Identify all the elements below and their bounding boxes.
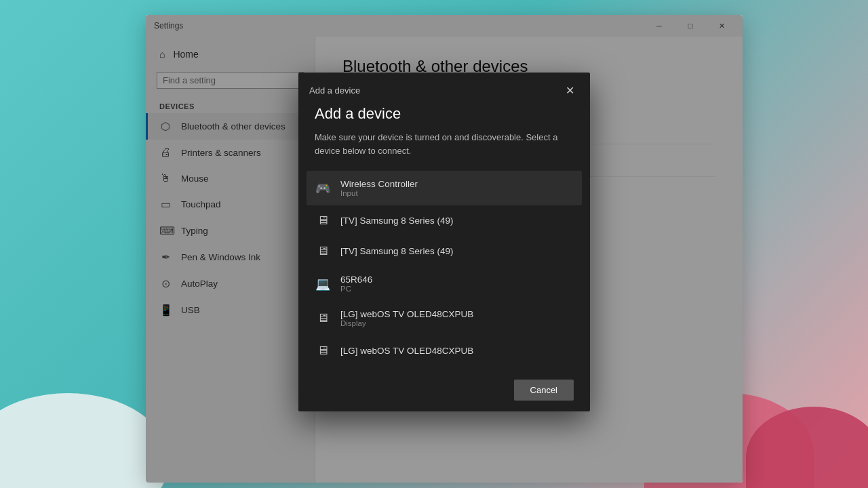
modal-device-name-1: [TV] Samsung 8 Series (49): [340, 216, 454, 226]
modal-device-sub-0: Input: [340, 189, 418, 197]
modal-device-sub-4: Display: [340, 319, 473, 327]
modal-device-name-2: [TV] Samsung 8 Series (49): [340, 246, 454, 256]
modal-device-icon-4: 🖥: [315, 311, 331, 325]
modal-device-item-6[interactable]: 🖥 Unknown device: [307, 366, 582, 371]
modal-device-icon-5: 🖥: [315, 344, 331, 358]
modal-title: Add a device: [315, 105, 574, 123]
modal-body: Add a device Make sure your device is tu…: [298, 105, 590, 371]
modal-device-icon-0: 🎮: [315, 181, 331, 196]
modal-device-icon-1: 🖥: [315, 214, 331, 228]
modal-device-info-2: [TV] Samsung 8 Series (49): [340, 246, 454, 256]
modal-device-info-1: [TV] Samsung 8 Series (49): [340, 216, 454, 226]
modal-device-name-0: Wireless Controller: [340, 179, 418, 189]
modal-device-icon-2: 🖥: [315, 244, 331, 258]
modal-description: Make sure your device is turned on and d…: [315, 131, 574, 157]
modal-device-name-4: [LG] webOS TV OLED48CXPUB: [340, 309, 473, 319]
bg-decoration-left: [0, 393, 170, 488]
modal-device-item-3[interactable]: 💻 65R646 PC: [307, 266, 582, 301]
modal-device-info-3: 65R646 PC: [340, 274, 372, 293]
modal-device-list: 🎮 Wireless Controller Input 🖥 [TV] Samsu…: [315, 171, 574, 371]
modal-device-sub-3: PC: [340, 285, 372, 293]
modal-device-item-0[interactable]: 🎮 Wireless Controller Input: [307, 171, 582, 205]
modal-titlebar-text: Add a device: [309, 85, 360, 96]
modal-footer: Cancel: [298, 371, 590, 411]
modal-device-name-3: 65R646: [340, 274, 372, 285]
modal-device-item-5[interactable]: 🖥 [LG] webOS TV OLED48CXPUB: [307, 336, 582, 366]
settings-window: Settings ─ □ ✕ ⌂ Home Devices ⬡ Bluetoot…: [146, 15, 743, 483]
modal-device-info-5: [LG] webOS TV OLED48CXPUB: [340, 346, 473, 356]
modal-overlay: Add a device ✕ Add a device Make sure yo…: [146, 15, 743, 483]
modal-device-icon-3: 💻: [315, 277, 331, 291]
modal-device-info-4: [LG] webOS TV OLED48CXPUB Display: [340, 309, 473, 327]
modal-device-item-1[interactable]: 🖥 [TV] Samsung 8 Series (49): [307, 205, 582, 236]
modal-device-name-5: [LG] webOS TV OLED48CXPUB: [340, 346, 473, 356]
modal-device-item-2[interactable]: 🖥 [TV] Samsung 8 Series (49): [307, 236, 582, 266]
cancel-button[interactable]: Cancel: [514, 380, 574, 401]
modal-titlebar: Add a device ✕: [298, 73, 590, 105]
modal-device-item-4[interactable]: 🖥 [LG] webOS TV OLED48CXPUB Display: [307, 301, 582, 336]
modal-close-button[interactable]: ✕: [560, 81, 579, 100]
modal-device-info-0: Wireless Controller Input: [340, 179, 418, 197]
add-device-modal: Add a device ✕ Add a device Make sure yo…: [298, 73, 590, 411]
